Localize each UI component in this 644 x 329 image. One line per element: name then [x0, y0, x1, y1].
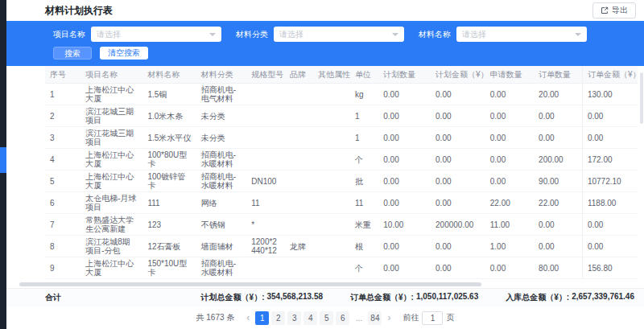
- table-cell: 0.00: [582, 105, 638, 127]
- summary-item: 计划总金额（¥）:354,568,213.58: [201, 292, 323, 303]
- table-cell: 156.80: [582, 257, 638, 279]
- table-row: 2滨江花城三期项目1.0米木条未分类10.000.000.000.000.00: [45, 105, 638, 127]
- table-cell: 1: [350, 127, 378, 149]
- table-cell: [285, 84, 313, 105]
- table-row: 1上海松江中心大厦1.5铜招商机电-电气材料kg0.000.000.0020.0…: [45, 84, 638, 105]
- table-cell: 200000.00: [431, 214, 485, 236]
- table-cell: [313, 214, 350, 236]
- table-cell: 0.00: [582, 214, 638, 236]
- table-cell: DN100: [246, 171, 285, 192]
- summary-item: 订单总金额（¥）:1,050,117,025.63: [350, 292, 478, 303]
- sidebar-toggle[interactable]: [0, 147, 6, 173]
- data-table-container: 序号项目名称材料名称材料分类规格型号品牌其他属性单位计划数量计划金额（¥）申请数…: [6, 66, 644, 282]
- collapsed-sidebar[interactable]: [0, 0, 6, 329]
- table-cell: 0.00: [485, 171, 534, 192]
- table-cell: 滨江花城三期项目: [80, 105, 142, 127]
- table-cell: 上海松江中心大厦: [80, 257, 142, 279]
- page-number-button[interactable]: 2: [271, 311, 285, 325]
- table-cell: [313, 192, 350, 214]
- page-number-button[interactable]: 4: [303, 311, 317, 325]
- table-cell: 上海松江中心大厦: [80, 171, 142, 192]
- column-header: 订单数量: [534, 66, 582, 84]
- vertical-scrollbar[interactable]: [640, 72, 643, 124]
- table-cell: [313, 236, 350, 257]
- search-button[interactable]: 搜索: [53, 47, 92, 60]
- filter-label: 材料名称: [419, 29, 451, 40]
- table-cell: 0.00: [378, 171, 431, 192]
- table-cell: 4: [45, 149, 80, 171]
- table-cell: 招商机电-水暖材料: [196, 257, 247, 279]
- table-cell: 0.00: [582, 127, 638, 149]
- table-cell: 招商机电-水暖材料: [196, 149, 247, 171]
- table-cell: 墙面辅材: [196, 236, 247, 257]
- table-cell: [285, 171, 313, 192]
- summary-item-value: 1,050,117,025.63: [416, 292, 478, 303]
- filter-label: 材料分类: [236, 29, 268, 40]
- page-number-button[interactable]: 5: [320, 311, 333, 325]
- filter-actions-row: 搜索 清空搜索: [53, 47, 636, 60]
- page-number-button[interactable]: 1: [255, 311, 269, 325]
- column-header: 订单金额（¥）: [582, 66, 638, 84]
- table-cell: [285, 214, 313, 236]
- goto-suffix-label: 页: [446, 312, 454, 323]
- clear-search-button[interactable]: 清空搜索: [100, 47, 148, 60]
- table-cell: 未分类: [196, 127, 247, 149]
- table-cell: 22.00: [485, 192, 534, 214]
- table-cell: [285, 192, 313, 214]
- page-number-button[interactable]: 84: [368, 311, 382, 325]
- table-cell: [285, 105, 313, 127]
- table-cell: 6: [45, 192, 80, 214]
- table-cell: [246, 105, 285, 127]
- table-cell: [285, 149, 313, 171]
- column-header: 计划金额（¥）: [431, 66, 485, 84]
- table-cell: 22.00: [534, 192, 582, 214]
- horizontal-scrollbar[interactable]: [19, 282, 481, 286]
- table-row: 9上海松江中心大厦150*10U型卡招商机电-水暖材料个0.000.000.00…: [45, 257, 638, 279]
- table-cell: *: [246, 214, 285, 236]
- table-cell: 20.00: [534, 84, 582, 105]
- chevron-down-icon: [392, 33, 398, 36]
- table-cell: 个: [350, 149, 378, 171]
- table-cell: 0.00: [431, 84, 485, 105]
- export-icon: [601, 6, 609, 14]
- table-cell: 0.00: [485, 127, 534, 149]
- prev-page-button[interactable]: ‹: [243, 313, 253, 323]
- table-cell: 0.00: [378, 236, 431, 257]
- table-cell: [313, 257, 350, 279]
- table-cell: [246, 149, 285, 171]
- table-cell: 1.5铜: [142, 84, 196, 105]
- table-cell: [285, 257, 313, 279]
- table-cell: kg: [350, 84, 378, 105]
- column-header: 单位: [350, 66, 378, 84]
- table-cell: 8: [45, 236, 80, 257]
- table-cell: 0.00: [378, 84, 431, 105]
- goto-page-input[interactable]: [422, 311, 443, 325]
- table-cell: [246, 127, 285, 149]
- table-cell: 10.00: [378, 214, 431, 236]
- goto-page-group: 前往 页: [402, 311, 454, 325]
- export-button[interactable]: 导出: [592, 2, 636, 19]
- filter-select[interactable]: 请选择: [456, 27, 587, 42]
- summary-item-value: 2,657,339,761.46: [572, 292, 634, 303]
- summary-item-label: 入库总金额（¥）:: [506, 292, 569, 303]
- table-cell: 个: [350, 257, 378, 279]
- table-cell: 0.00: [534, 105, 582, 127]
- table-cell: 11: [350, 192, 378, 214]
- table-cell: 招商机电-电气材料: [196, 84, 247, 105]
- data-table: 序号项目名称材料名称材料分类规格型号品牌其他属性单位计划数量计划金额（¥）申请数…: [45, 66, 638, 279]
- table-cell: 网络: [196, 192, 247, 214]
- page-number-button[interactable]: 6: [336, 311, 349, 325]
- table-cell: [313, 171, 350, 192]
- filter-select[interactable]: 请选择: [91, 27, 221, 42]
- table-cell: 111: [142, 192, 196, 214]
- filter-select[interactable]: 请选择: [274, 27, 404, 42]
- export-button-label: 导出: [612, 5, 628, 16]
- page-number-button[interactable]: 3: [287, 311, 301, 325]
- table-cell: 0.00: [431, 257, 485, 279]
- table-cell: [313, 127, 350, 149]
- next-page-button[interactable]: ›: [384, 313, 394, 323]
- table-cell: 0.00: [485, 105, 534, 127]
- table-cell: 11.00: [485, 214, 534, 236]
- table-cell: 未分类: [196, 105, 247, 127]
- table-cell: 100*80U型卡: [142, 149, 196, 171]
